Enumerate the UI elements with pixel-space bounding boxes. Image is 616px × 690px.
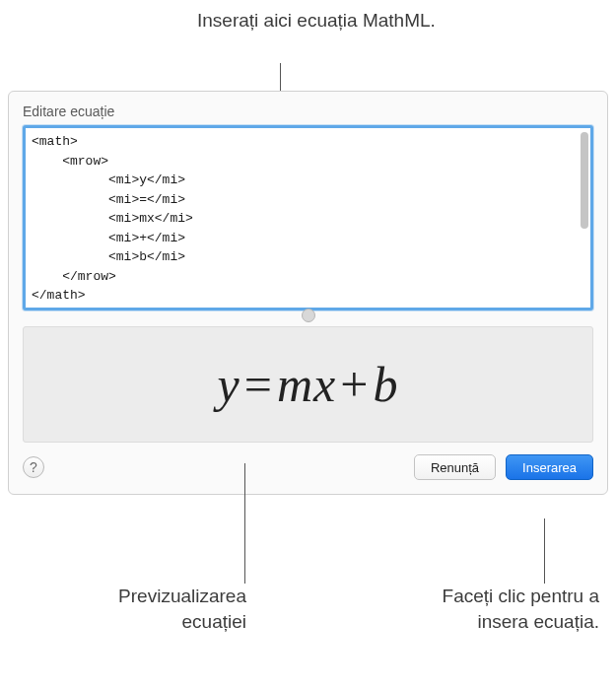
- editor-wrapper: [23, 125, 593, 310]
- insert-button[interactable]: Inserarea: [506, 454, 593, 480]
- op-plus: +: [340, 357, 369, 412]
- callout-bottom-right: Faceți clic pentru a insera ecuația.: [392, 584, 599, 634]
- callout-top: Inserați aici ecuația MathML.: [197, 8, 436, 34]
- preview-equation: y=mx+b: [218, 356, 399, 413]
- op-equals: =: [244, 357, 273, 412]
- var-y: y: [218, 357, 240, 412]
- var-mx: mx: [277, 357, 336, 412]
- panel-footer: ? Renunță Inserarea: [23, 454, 593, 480]
- var-b: b: [373, 357, 398, 412]
- panel-title: Editare ecuație: [23, 104, 593, 119]
- resize-handle[interactable]: [302, 309, 315, 322]
- cancel-button[interactable]: Renunță: [414, 454, 496, 480]
- mathml-editor[interactable]: [26, 128, 590, 304]
- callout-line-bottom-left: [244, 463, 245, 584]
- editor-scrollbar[interactable]: [581, 132, 588, 229]
- help-button[interactable]: ?: [23, 456, 44, 478]
- callout-bottom-left: Previzualizarea ecuației: [108, 584, 246, 634]
- equation-preview: y=mx+b: [23, 326, 593, 443]
- callout-line-bottom-right: [544, 518, 545, 584]
- equation-editor-panel: Editare ecuație y=mx+b ? Renunță Inserar…: [8, 91, 608, 495]
